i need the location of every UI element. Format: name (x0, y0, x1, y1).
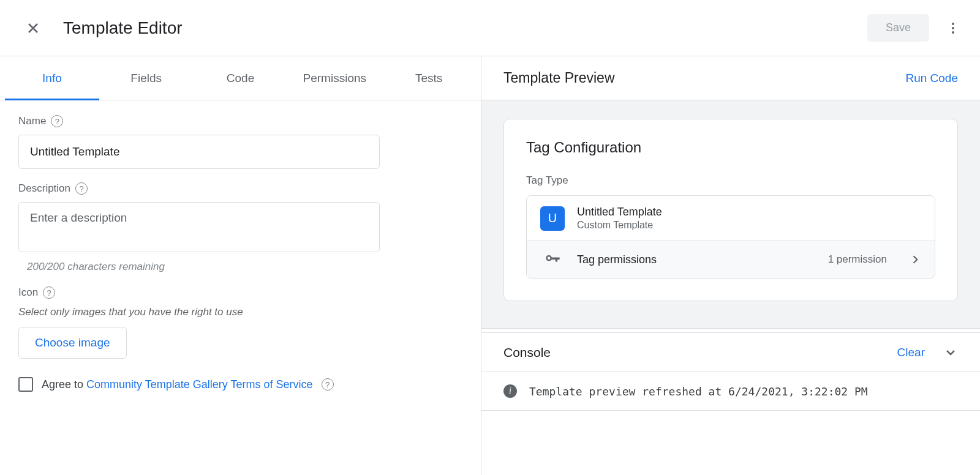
svg-point-1 (952, 27, 954, 29)
svg-point-0 (952, 23, 954, 25)
tabs-bar: Info Fields Code Permissions Tests (0, 56, 481, 100)
preview-title: Template Preview (503, 70, 905, 86)
help-icon[interactable]: ? (43, 286, 55, 299)
key-icon (540, 251, 565, 268)
page-header: Template Editor Save (0, 0, 980, 56)
agree-checkbox[interactable] (18, 377, 33, 392)
editor-panel: Info Fields Code Permissions Tests Name … (0, 56, 481, 475)
more-menu-button[interactable] (938, 13, 968, 43)
help-icon[interactable]: ? (322, 378, 334, 391)
expand-console-button[interactable] (943, 345, 958, 360)
agree-text: Agree to Community Template Gallery Term… (42, 378, 313, 391)
info-icon: i (503, 384, 517, 398)
console-header: Console Clear (481, 333, 980, 372)
name-input[interactable] (18, 135, 380, 169)
tab-tests[interactable]: Tests (382, 56, 476, 100)
config-title: Tag Configuration (526, 139, 935, 156)
tag-subtitle: Custom Template (577, 220, 921, 231)
chevron-down-icon (943, 345, 958, 360)
run-code-button[interactable]: Run Code (905, 72, 958, 85)
tab-permissions[interactable]: Permissions (287, 56, 382, 100)
name-label: Name (18, 115, 46, 127)
console-title: Console (503, 345, 897, 360)
preview-panel: Template Preview Run Code Tag Configurat… (481, 56, 980, 475)
description-label: Description (18, 182, 70, 195)
character-counter: 200/200 characters remaining (27, 261, 462, 273)
clear-button[interactable]: Clear (897, 346, 925, 359)
icon-label: Icon (18, 286, 38, 299)
tag-name: Untitled Template (577, 206, 921, 219)
save-button[interactable]: Save (867, 14, 929, 42)
help-icon[interactable]: ? (51, 115, 63, 127)
close-icon (26, 21, 40, 36)
tab-fields[interactable]: Fields (99, 56, 194, 100)
svg-point-2 (952, 31, 954, 34)
tag-row[interactable]: U Untitled Template Custom Template (527, 196, 935, 241)
chevron-right-icon (909, 253, 921, 266)
icon-help-text: Select only images that you have the rig… (18, 306, 462, 318)
tab-code[interactable]: Code (194, 56, 288, 100)
console-message: Template preview refreshed at 6/24/2021,… (529, 385, 868, 398)
choose-image-button[interactable]: Choose image (18, 327, 127, 359)
tag-config-card: Tag Configuration Tag Type U Untitled Te… (503, 119, 958, 301)
console-row: i Template preview refreshed at 6/24/202… (481, 372, 980, 411)
terms-link[interactable]: Community Template Gallery Terms of Serv… (86, 378, 312, 391)
help-icon[interactable]: ? (75, 182, 88, 195)
tag-letter-icon: U (540, 206, 565, 231)
tag-type-label: Tag Type (526, 174, 935, 187)
tag-permissions-row[interactable]: Tag permissions 1 permission (527, 241, 935, 278)
close-button[interactable] (18, 13, 48, 43)
permissions-count: 1 permission (828, 253, 887, 266)
permissions-label: Tag permissions (577, 253, 816, 266)
tab-info[interactable]: Info (5, 56, 99, 100)
more-vert-icon (946, 21, 960, 36)
page-title: Template Editor (63, 18, 867, 38)
description-input[interactable] (18, 202, 380, 252)
